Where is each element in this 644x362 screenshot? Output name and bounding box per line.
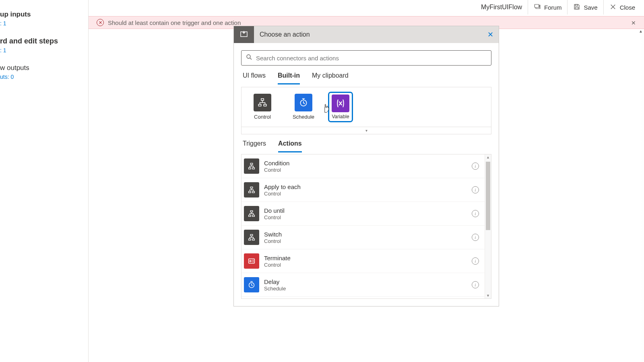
card-header-icon xyxy=(234,26,254,43)
sidebar-title: w outputs xyxy=(0,64,88,72)
action-icon xyxy=(244,182,259,197)
search-icon xyxy=(246,53,256,62)
actions-scroll: ConditionControliApply to eachControliDo… xyxy=(242,154,485,298)
actions-list-box: ConditionControliApply to eachControliDo… xyxy=(241,154,491,299)
action-name: Terminate xyxy=(264,255,472,261)
sidebar-sub: : 1 xyxy=(0,47,88,53)
canvas-scrollbar[interactable]: ▲ xyxy=(638,29,644,362)
info-icon[interactable]: i xyxy=(472,210,479,217)
connector-tile-box: Control Schedule Variable xyxy=(241,87,491,127)
banner-close-button[interactable]: ✕ xyxy=(631,20,636,26)
control-icon xyxy=(254,94,271,111)
action-name: Switch xyxy=(264,231,472,238)
tab-my-clipboard[interactable]: My clipboard xyxy=(312,70,349,84)
svg-point-22 xyxy=(250,260,251,262)
action-text: TerminateControl xyxy=(264,255,472,268)
action-category: Control xyxy=(264,262,472,268)
card-body: UI flows Built-in My clipboard Control S… xyxy=(234,43,499,306)
list-scrollbar[interactable]: ▲ ▼ xyxy=(485,154,491,298)
scroll-up-icon: ▲ xyxy=(486,155,490,159)
action-row[interactable]: SwitchControli xyxy=(242,226,485,249)
svg-rect-11 xyxy=(252,168,255,169)
action-category: Control xyxy=(264,191,472,197)
trigger-action-tabs: Triggers Actions xyxy=(241,134,491,152)
svg-rect-19 xyxy=(249,239,251,241)
svg-rect-5 xyxy=(261,99,264,100)
sidebar-item[interactable]: w outputs uts: 0 xyxy=(0,64,88,80)
tab-triggers[interactable]: Triggers xyxy=(243,140,266,152)
action-icon xyxy=(244,230,259,245)
sidebar-sub: : 1 xyxy=(0,20,88,27)
svg-rect-15 xyxy=(250,211,253,212)
main-area: ✕ Should at least contain one trigger an… xyxy=(89,0,644,362)
tile-schedule[interactable]: Schedule xyxy=(289,94,318,120)
action-icon xyxy=(244,206,259,221)
tab-built-in[interactable]: Built-in xyxy=(278,70,300,84)
collapse-toggle[interactable]: ▾ xyxy=(241,127,491,134)
tab-ui-flows[interactable]: UI flows xyxy=(243,70,266,84)
error-icon: ✕ xyxy=(97,19,104,26)
tile-variable[interactable]: Variable xyxy=(330,94,351,120)
action-icon xyxy=(244,277,259,292)
sidebar-title: rd and edit steps xyxy=(0,37,88,45)
action-name: Apply to each xyxy=(264,183,472,190)
connector-type-tabs: UI flows Built-in My clipboard xyxy=(241,70,491,84)
card-header: Choose an action ✕ xyxy=(234,26,499,43)
svg-rect-13 xyxy=(249,191,251,193)
action-text: ConditionControl xyxy=(264,160,472,173)
action-name: Delay xyxy=(264,278,472,285)
info-icon[interactable]: i xyxy=(472,162,479,170)
tab-actions[interactable]: Actions xyxy=(278,140,302,152)
search-field-wrap[interactable] xyxy=(241,50,491,66)
action-text: Apply to eachControl xyxy=(264,183,472,197)
search-input[interactable] xyxy=(256,55,487,62)
action-icon xyxy=(244,253,259,269)
info-icon[interactable]: i xyxy=(472,257,479,265)
action-category: Control xyxy=(264,238,472,244)
svg-rect-12 xyxy=(250,187,253,189)
svg-rect-16 xyxy=(249,215,251,217)
sidebar-sub: uts: 0 xyxy=(0,74,88,80)
svg-rect-17 xyxy=(252,215,255,217)
sidebar-item[interactable]: up inputs : 1 xyxy=(0,10,88,27)
tile-label: Schedule xyxy=(293,114,314,120)
action-text: SwitchControl xyxy=(264,231,472,244)
scroll-down-icon: ▼ xyxy=(486,294,490,298)
action-row[interactable]: TerminateControli xyxy=(242,249,485,273)
tile-label: Control xyxy=(254,114,271,120)
action-row[interactable]: DelaySchedulei xyxy=(242,273,485,297)
action-category: Control xyxy=(264,214,472,220)
action-picker-card: Choose an action ✕ UI flows Built-in My … xyxy=(233,26,499,306)
action-text: DelaySchedule xyxy=(264,278,472,292)
action-text: Do untilControl xyxy=(264,207,472,220)
card-title: Choose an action xyxy=(260,31,482,38)
scroll-thumb[interactable] xyxy=(486,162,490,230)
action-category: Schedule xyxy=(264,286,472,292)
svg-rect-18 xyxy=(250,234,253,236)
svg-rect-10 xyxy=(249,168,251,169)
action-name: Condition xyxy=(264,160,472,167)
action-category: Control xyxy=(264,167,472,173)
sidebar-item[interactable]: rd and edit steps : 1 xyxy=(0,37,88,53)
svg-rect-7 xyxy=(264,104,266,106)
action-row[interactable]: ConditionControli xyxy=(242,154,485,178)
svg-rect-6 xyxy=(258,104,261,106)
action-icon xyxy=(244,158,259,174)
svg-rect-9 xyxy=(250,163,253,165)
sidebar-title: up inputs xyxy=(0,10,88,19)
info-icon[interactable]: i xyxy=(472,234,479,241)
svg-point-4 xyxy=(247,55,250,58)
action-row[interactable]: Do untilControli xyxy=(242,202,485,226)
error-text: Should at least contain one trigger and … xyxy=(108,19,241,26)
chevron-down-icon: ▾ xyxy=(365,128,367,133)
info-icon[interactable]: i xyxy=(472,186,479,193)
svg-rect-14 xyxy=(252,191,255,193)
svg-rect-20 xyxy=(252,239,255,241)
action-row[interactable]: Apply to eachControli xyxy=(242,178,485,202)
card-close-button[interactable]: ✕ xyxy=(482,30,499,39)
variable-icon xyxy=(332,95,349,112)
tile-control[interactable]: Control xyxy=(248,94,277,120)
tile-label: Variable xyxy=(332,114,349,119)
left-sidebar: up inputs : 1 rd and edit steps : 1 w ou… xyxy=(0,0,89,362)
info-icon[interactable]: i xyxy=(472,281,479,288)
